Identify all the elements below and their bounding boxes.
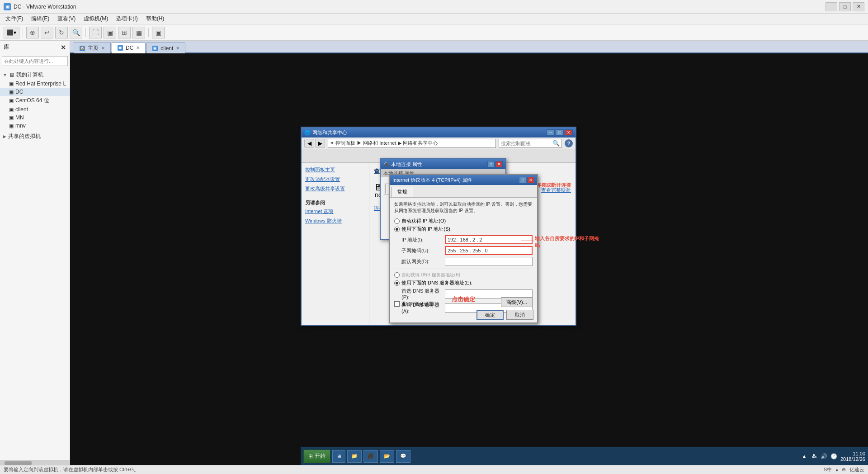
network-window-minimize-btn[interactable]: ─ — [547, 129, 555, 136]
network-window-maximize-btn[interactable]: □ — [556, 129, 564, 136]
windows-firewall-link[interactable]: Windows 防火墙 — [305, 218, 365, 224]
toolbar-btn-search[interactable]: 🔍 — [70, 27, 82, 38]
vm-icon-centos: ▣ — [9, 98, 14, 104]
address-path-field[interactable]: ✦ 控制面板 ▶ 网络和 Internet ▶ 网络和共享中心 — [328, 139, 496, 148]
ip-dialog-description: 如果网络支持此功能，则可以获取自动指派的 IP 设置。否则，您需要从网络系统管理… — [394, 201, 533, 214]
sidebar: 库 ✕ ▼ 🖥 我的计算机 ▣ Red Hat Enterprise L — [0, 41, 70, 465]
use-following-dns-radio-row: 使用下面的 DNS 服务器地址(E): — [394, 280, 533, 286]
toolbar-btn-removable[interactable]: ⊕ — [26, 27, 39, 38]
local-conn-title-icon: 🔌 — [383, 161, 390, 167]
network-window-close-btn[interactable]: ✕ — [565, 129, 573, 136]
menu-help[interactable]: 帮助(H) — [142, 14, 168, 24]
ip-dialog-cancel-button[interactable]: 取消 — [506, 310, 533, 320]
toolbar-btn-fullscreen[interactable]: ⛶ — [89, 27, 102, 38]
start-label: 开始 — [315, 452, 326, 460]
ip-dialog-close-btn[interactable]: ✕ — [527, 177, 534, 183]
my-computer-group: ▼ 🖥 我的计算机 ▣ Red Hat Enterprise L ▣ DC ▣ — [0, 70, 70, 130]
shared-vms-group: ▶ 共享的虚拟机 — [0, 132, 70, 141]
auto-dns-radio[interactable] — [394, 272, 400, 278]
tray-icon-1: ▲ — [801, 453, 808, 460]
local-conn-close-btn[interactable]: ✕ — [495, 161, 503, 167]
menu-file[interactable]: 文件(F) — [2, 14, 27, 24]
help-button[interactable]: ? — [565, 139, 573, 147]
toolbar-btn-forward[interactable]: ↻ — [55, 27, 68, 38]
taskbar-app-2[interactable]: 📁 — [347, 450, 362, 463]
tab-home[interactable]: 🏠 主页 ✕ — [74, 43, 111, 53]
address-path-text: ✦ 控制面板 ▶ 网络和 Internet ▶ 网络和共享中心 — [330, 140, 438, 147]
ip-address-input[interactable] — [445, 235, 533, 244]
start-button[interactable]: ⊞ 开始 — [303, 450, 330, 463]
taskbar-app-4[interactable]: 📂 — [380, 450, 394, 463]
auto-ip-radio[interactable] — [394, 218, 400, 224]
toolbar-btn-view2[interactable]: ⊞ — [118, 27, 131, 38]
tray-icon-volume[interactable]: 🔊 — [821, 453, 828, 460]
app2-icon: 📁 — [351, 453, 358, 459]
taskbar-app-5[interactable]: 💬 — [396, 450, 410, 463]
default-gateway-input[interactable] — [445, 257, 533, 266]
exit-validate-checkbox[interactable] — [394, 301, 400, 307]
toolbar-vm-dropdown[interactable]: ⬛▾ — [4, 27, 19, 38]
sidebar-item-mnv[interactable]: ▣ mnv — [0, 122, 70, 130]
use-following-dns-radio[interactable] — [394, 280, 400, 286]
ip-dialog-controls: ? ✕ — [519, 177, 534, 183]
vmware-status-bar: 要将输入定向到该虚拟机，请在虚拟机内部单击或按 Ctrl+G。 S中 ♦ ⊕ 亿… — [0, 465, 868, 474]
title-bar-text: DC - VMware Workstation — [14, 4, 76, 10]
sidebar-search-input[interactable] — [2, 56, 68, 66]
internet-options-link[interactable]: Internet 选项 — [305, 208, 365, 215]
sidebar-scroll-area[interactable] — [0, 460, 70, 465]
toolbar-sep-3 — [148, 28, 149, 37]
nav-forward-btn[interactable]: ▶ — [315, 139, 325, 148]
menu-edit[interactable]: 编辑(E) — [28, 14, 53, 24]
sidebar-item-dc[interactable]: ▣ DC — [0, 88, 70, 96]
vm-taskbar: ⊞ 开始 🖥 📁 ⬛ 📂 💬 — [301, 447, 868, 465]
ip-dialog-ok-button[interactable]: 确定 — [476, 310, 504, 320]
toolbar-btn-last[interactable]: ▣ — [152, 27, 165, 38]
subnet-mask-input[interactable] — [445, 246, 533, 255]
tab-dc-close-icon[interactable]: ✕ — [136, 45, 140, 50]
ip-dialog-title-bar: Internet 协议版本 4 (TCP/IPv4) 属性 ? ✕ — [390, 175, 537, 185]
toolbar-btn-view1[interactable]: ▣ — [104, 27, 116, 38]
menu-vm[interactable]: 虚拟机(M) — [80, 14, 112, 24]
sidebar-item-redhat[interactable]: ▣ Red Hat Enterprise L — [0, 80, 70, 88]
shared-expand-arrow-icon: ▶ — [3, 134, 6, 139]
menu-view[interactable]: 查看(V) — [54, 14, 79, 24]
vmware-window: ▣ DC - VMware Workstation ─ □ ✕ 文件(F) 编辑… — [0, 0, 868, 474]
ip-dialog-help-btn[interactable]: ? — [519, 177, 526, 183]
nav-back-btn[interactable]: ◀ — [304, 139, 314, 148]
local-conn-help-btn[interactable]: ? — [487, 161, 495, 167]
tab-dc[interactable]: ▣ DC ✕ — [112, 43, 146, 53]
change-adapter-settings-link[interactable]: 更改适配器设置 — [305, 176, 365, 183]
close-button[interactable]: ✕ — [853, 2, 864, 11]
advanced-button[interactable]: 高级(V)... — [501, 297, 533, 307]
network-window-icon: 🌐 — [304, 130, 311, 136]
title-bar-left: ▣ DC - VMware Workstation — [4, 3, 76, 10]
toolbar-btn-view3[interactable]: ▦ — [132, 27, 145, 38]
sidebar-close-icon[interactable]: ✕ — [61, 44, 66, 51]
menu-tabs[interactable]: 选项卡(I) — [113, 14, 141, 24]
sidebar-item-client[interactable]: ▣ client — [0, 105, 70, 114]
tab-client[interactable]: ▣ client ✕ — [146, 43, 185, 53]
tray-icon-network[interactable]: 🖧 — [811, 453, 818, 460]
tab-home-close-icon[interactable]: ✕ — [101, 46, 105, 51]
vm-icon-redhat: ▣ — [9, 81, 14, 87]
my-computer-header[interactable]: ▼ 🖥 我的计算机 — [0, 70, 70, 80]
sidebar-item-centos[interactable]: ▣ CentOS 64 位 — [0, 96, 70, 105]
exit-validate-checkbox-group: 退出时验证设置(L) — [394, 301, 439, 307]
use-following-ip-radio[interactable] — [394, 227, 400, 232]
change-sharing-settings-link[interactable]: 更改高级共享设置 — [305, 185, 365, 192]
search-input[interactable] — [501, 141, 551, 146]
minimize-button[interactable]: ─ — [826, 2, 837, 11]
clock-date: 2018/12/26 — [840, 456, 865, 462]
ip-tab-general[interactable]: 常规 — [392, 187, 413, 197]
taskbar-app-1[interactable]: 🖥 — [332, 450, 345, 463]
control-panel-home-link[interactable]: 控制面板主页 — [305, 166, 365, 173]
taskbar-app-3[interactable]: ⬛ — [363, 450, 378, 463]
sidebar-library-label: 库 — [4, 43, 9, 51]
maximize-button[interactable]: □ — [839, 2, 851, 11]
toolbar-btn-back[interactable]: ↩ — [41, 27, 53, 38]
shared-vms-header[interactable]: ▶ 共享的虚拟机 — [0, 132, 70, 141]
tab-client-close-icon[interactable]: ✕ — [176, 46, 179, 51]
main-area: 库 ✕ ▼ 🖥 我的计算机 ▣ Red Hat Enterprise L — [0, 41, 868, 465]
ip-fields-container: IP 地址(I): 子网掩码(U): 默认网关(D): — [394, 235, 533, 266]
sidebar-item-mn[interactable]: ▣ MN — [0, 114, 70, 122]
